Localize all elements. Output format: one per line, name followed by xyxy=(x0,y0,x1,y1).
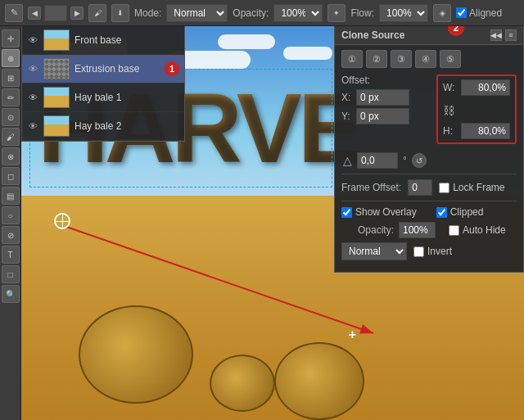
angle-input[interactable] xyxy=(357,152,398,169)
source-btn-2[interactable]: ② xyxy=(366,50,387,68)
layer-thumb-hay1 xyxy=(43,87,70,108)
brush-size-input[interactable]: 10 xyxy=(44,5,67,21)
wh-group: W: ⛓ H: xyxy=(436,75,517,144)
main-area: ✛ ⊕ ⊞ ✏ ⊙ 🖌 ⊗ ◻ ▤ ○ ⊘ T □ 🔍 HARV xyxy=(0,26,524,420)
panel-menu-btn[interactable]: ≡ xyxy=(505,29,517,41)
source-btn-1[interactable]: ① xyxy=(341,50,363,68)
cloud-5 xyxy=(283,47,332,60)
blend-row: Normal Invert xyxy=(341,242,517,260)
y-label: Y: xyxy=(341,111,353,122)
y-input[interactable] xyxy=(356,108,409,124)
layer-name-hay1: Hay bale 1 xyxy=(75,92,179,103)
cloud-4 xyxy=(218,34,275,49)
opacity-label: Opacity: xyxy=(233,7,269,19)
h-input[interactable] xyxy=(461,123,510,139)
x-label: X: xyxy=(341,92,353,103)
move-tool[interactable]: ✛ xyxy=(2,29,20,47)
clone-panel-title: Clone Source xyxy=(341,29,404,41)
flow-label: Flow: xyxy=(350,7,374,19)
separator-2 xyxy=(341,201,517,201)
brush-tool[interactable]: 🖌 xyxy=(2,128,20,146)
clone-source-crosshair xyxy=(54,213,70,229)
source-btn-4[interactable]: ④ xyxy=(415,50,436,68)
lock-frame-label[interactable]: Lock Frame xyxy=(439,182,504,193)
eyedropper-tool[interactable]: ✏ xyxy=(2,88,20,106)
overlay-opacity-label: Opacity: xyxy=(358,224,394,236)
show-overlay-row: Show Overlay Clipped xyxy=(341,206,517,218)
dodge-tool[interactable]: ○ xyxy=(2,206,20,224)
lasso-tool[interactable]: ⊕ xyxy=(2,49,20,67)
frame-offset-label: Frame Offset: xyxy=(341,182,401,193)
auto-hide-label[interactable]: Auto Hide xyxy=(449,224,506,236)
text-tool[interactable]: T xyxy=(2,246,20,264)
brush-load-icon[interactable]: ⬇ xyxy=(111,4,129,22)
clone-stamp-tool[interactable]: ⊗ xyxy=(2,147,20,165)
mode-label: Mode: xyxy=(134,7,161,19)
show-overlay-checkbox[interactable] xyxy=(341,207,352,218)
brush-size-increase[interactable]: ▶ xyxy=(70,7,84,20)
aligned-checkbox-label[interactable]: Aligned xyxy=(456,7,502,19)
pen-tool[interactable]: ⊘ xyxy=(2,226,20,244)
tool-strip: ✛ ⊕ ⊞ ✏ ⊙ 🖌 ⊗ ◻ ▤ ○ ⊘ T □ 🔍 xyxy=(0,26,21,420)
invert-checkbox[interactable] xyxy=(413,246,424,257)
gradient-tool[interactable]: ▤ xyxy=(2,187,20,205)
layer-thumb-front-base xyxy=(43,29,70,51)
hay-bale-right xyxy=(274,342,364,420)
layer-front-base[interactable]: 👁 Front base xyxy=(22,26,184,55)
blend-mode-select[interactable]: Normal xyxy=(341,242,407,260)
layer-visibility-extrusion[interactable]: 👁 xyxy=(27,63,38,75)
panel-collapse-btn[interactable]: ◀◀ xyxy=(490,29,502,41)
clipped-checkbox[interactable] xyxy=(436,207,447,218)
h-row: H: xyxy=(443,123,510,139)
brush-preset-icon[interactable]: 🖌 xyxy=(88,4,106,22)
invert-label[interactable]: Invert xyxy=(413,246,452,257)
layer-hay-bale-1[interactable]: 👁 Hay bale 1 xyxy=(22,84,184,112)
separator-1 xyxy=(341,174,517,174)
angle-row: △ ° ↺ xyxy=(341,152,517,169)
h-label: H: xyxy=(443,125,456,137)
layer-visibility-front-base[interactable]: 👁 xyxy=(27,34,38,46)
zoom-tool[interactable]: 🔍 xyxy=(2,285,20,303)
auto-hide-checkbox[interactable] xyxy=(449,225,459,236)
flow-select[interactable]: 100% xyxy=(379,4,428,22)
tool-brush-icon[interactable]: ✎ xyxy=(5,4,23,22)
brush-size-decrease[interactable]: ◀ xyxy=(28,7,41,20)
mode-select[interactable]: Normal xyxy=(166,4,228,22)
offset-section: Offset: X: Y: xyxy=(341,75,431,124)
layer-hay-bale-2[interactable]: 👁 Hay bale 2 xyxy=(22,112,184,141)
layer-visibility-hay2[interactable]: 👁 xyxy=(27,120,38,132)
source-btn-3[interactable]: ③ xyxy=(391,50,412,68)
reset-angle-btn[interactable]: ↺ xyxy=(412,153,427,168)
clipped-label[interactable]: Clipped xyxy=(436,206,484,218)
heal-tool[interactable]: ⊙ xyxy=(2,108,20,126)
crop-tool[interactable]: ⊞ xyxy=(2,69,20,87)
frame-offset-input[interactable] xyxy=(408,179,432,196)
airbrush-icon[interactable]: ✦ xyxy=(328,4,346,22)
link-wh-icon[interactable]: ⛓ xyxy=(443,98,454,123)
w-row: W: xyxy=(443,79,510,96)
aligned-checkbox[interactable] xyxy=(456,7,467,18)
shape-tool[interactable]: □ xyxy=(2,265,20,283)
hay-bale-left xyxy=(79,305,193,404)
layer-name-front-base: Front base xyxy=(75,34,179,46)
flow-icon[interactable]: ◈ xyxy=(433,4,451,22)
degree-symbol: ° xyxy=(403,155,407,166)
clone-panel-body: ① ② ③ ④ ⑤ Offset: X: xyxy=(335,45,523,265)
source-icons-row: ① ② ③ ④ ⑤ xyxy=(341,50,517,68)
overlay-section: Show Overlay Clipped Opacity: Auto Hide xyxy=(341,206,517,260)
w-input[interactable] xyxy=(461,79,510,96)
eraser-tool[interactable]: ◻ xyxy=(2,167,20,185)
overlay-opacity-row: Opacity: Auto Hide xyxy=(341,222,517,238)
overlay-opacity-input[interactable] xyxy=(399,222,436,238)
panel-controls: ◀◀ ≡ xyxy=(490,29,517,41)
show-overlay-label[interactable]: Show Overlay xyxy=(341,206,417,218)
layer-thumb-hay2 xyxy=(43,115,70,137)
layer-extrusion-base[interactable]: 👁 Extrusion base 1 xyxy=(22,55,184,84)
opacity-select[interactable]: 100% xyxy=(273,4,323,22)
x-input[interactable] xyxy=(356,89,409,106)
canvas-area: HARVE + xyxy=(21,26,524,420)
layer-visibility-hay1[interactable]: 👁 xyxy=(27,92,38,103)
source-btn-5[interactable]: ⑤ xyxy=(440,50,461,68)
lock-frame-checkbox[interactable] xyxy=(439,183,449,193)
layer-name-hay2: Hay bale 2 xyxy=(75,120,179,132)
